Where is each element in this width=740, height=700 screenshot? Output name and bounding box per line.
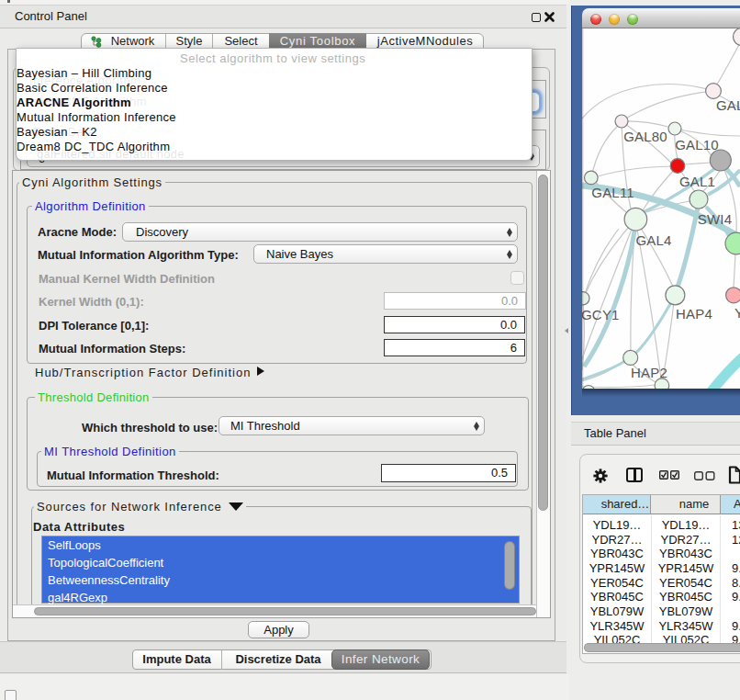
svg-text:YM: YM xyxy=(734,305,740,321)
svg-text:SWI4: SWI4 xyxy=(698,211,732,227)
svg-text:GAL80: GAL80 xyxy=(623,129,667,144)
svg-text:GAL2: GAL2 xyxy=(716,97,740,113)
svg-text:HAP4: HAP4 xyxy=(676,306,712,322)
svg-text:GAL1: GAL1 xyxy=(679,174,715,189)
svg-text:GAL11: GAL11 xyxy=(591,185,634,200)
svg-text:GAL10: GAL10 xyxy=(675,137,719,152)
svg-text:HAP2: HAP2 xyxy=(631,365,667,380)
svg-text:GCY1: GCY1 xyxy=(582,307,620,322)
svg-text:GAL4: GAL4 xyxy=(635,232,671,248)
